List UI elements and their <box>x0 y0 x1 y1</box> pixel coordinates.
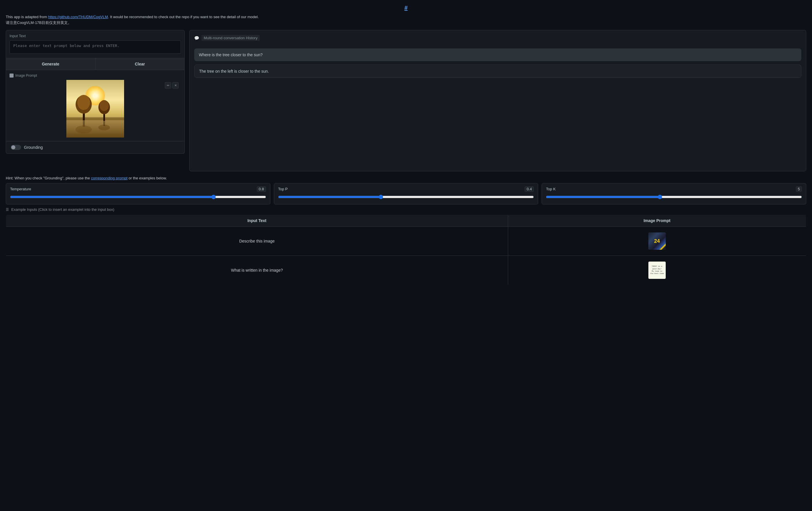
grounding-toggle[interactable] <box>11 145 21 150</box>
note-line-1: good day! <box>649 268 665 270</box>
main-row: Input Text Generate Clear Image Prompt <box>6 30 806 171</box>
uploaded-image-svg <box>66 80 124 138</box>
example-row-0[interactable]: Describe this image 24 <box>6 227 806 256</box>
examples-header[interactable]: ☰ Example Inputs (Click to insert an exa… <box>6 207 806 212</box>
intro-text-suffix: . It would be recommended to check out t… <box>108 15 259 19</box>
player-number: 24 <box>654 238 660 244</box>
message-assistant-1: The tree on the left is closer to the su… <box>194 65 801 78</box>
right-panel: 💬 Multi-round conversation History Where… <box>189 30 806 171</box>
sliders-row: Temperature 0.8 Top P 0.4 Top K 5 <box>6 183 806 205</box>
image-prompt-box: Image Prompt <box>6 70 185 141</box>
svg-rect-3 <box>66 120 124 138</box>
top-k-slider[interactable] <box>546 194 802 199</box>
conversation-box: 💬 Multi-round conversation History Where… <box>189 30 806 171</box>
temperature-slider-header: Temperature 0.8 <box>10 186 266 192</box>
note-line-2: My team is <box>649 270 665 272</box>
examples-header-label: Example Inputs (Click to insert an examp… <box>11 207 114 212</box>
toggle-knob <box>11 145 15 149</box>
temperature-slider-group: Temperature 0.8 <box>6 183 270 205</box>
conversation-title: Multi-round conversation History <box>201 35 260 41</box>
col-image-prompt-header: Image Prompt <box>508 215 806 227</box>
image-prompt-label: Image Prompt <box>9 73 181 78</box>
svg-point-11 <box>99 100 109 111</box>
temperature-label: Temperature <box>10 187 31 191</box>
examples-section: ☰ Example Inputs (Click to insert an exa… <box>6 207 806 285</box>
top-k-slider-group: Top K 5 <box>542 183 806 205</box>
col-input-text-header: Input Text <box>6 215 508 227</box>
examples-header-icon: ☰ <box>6 208 9 212</box>
message-user-0: Where is the tree closer to the sun? <box>194 49 801 61</box>
conversation-messages: Where is the tree closer to the sun? The… <box>194 49 801 78</box>
grounding-box: Grounding <box>6 141 185 154</box>
image-edit-button[interactable]: ✏ <box>165 82 171 89</box>
intro-note: 请注意CoogVLM-17B目前仅支持英文。 <box>6 20 806 25</box>
input-text-label: Input Text <box>9 34 181 38</box>
svg-point-6 <box>77 95 90 110</box>
grounding-prompt-link[interactable]: corresponding prompt <box>91 176 127 180</box>
image-overlay-buttons: ✏ ✕ <box>165 82 179 89</box>
github-link[interactable]: https://github.com/THUDM/CogVLM <box>48 15 108 19</box>
top-k-value: 5 <box>796 186 802 192</box>
app-title-link[interactable]: # <box>404 5 407 11</box>
examples-table-header-row: Input Text Image Prompt <box>6 215 806 227</box>
svg-point-13 <box>98 125 110 130</box>
examples-table: Input Text Image Prompt Describe this im… <box>6 215 806 285</box>
generate-button[interactable]: Generate <box>6 58 95 70</box>
app-title-container: # <box>6 5 806 11</box>
top-k-slider-header: Top K 5 <box>546 186 802 192</box>
intro-paragraph: This app is adapted from https://github.… <box>6 15 806 19</box>
left-panel: Input Text Generate Clear Image Prompt <box>6 30 185 171</box>
note-line-3: the best team <box>649 272 665 275</box>
example-image-0: 24 <box>508 227 806 256</box>
example-image-1: TODAY is a good day! My team is the best… <box>508 256 806 285</box>
image-prompt-icon <box>9 73 13 78</box>
image-close-button[interactable]: ✕ <box>172 82 179 89</box>
conversation-header: 💬 Multi-round conversation History <box>194 35 801 44</box>
svg-point-8 <box>76 125 92 133</box>
temperature-slider[interactable] <box>10 194 266 199</box>
top-p-slider-header: Top P 0.4 <box>278 186 534 192</box>
note-line-0: TODAY is a <box>649 265 665 268</box>
temperature-value: 0.8 <box>257 186 266 192</box>
note-thumbnail: TODAY is a good day! My team is the best… <box>648 262 666 279</box>
action-button-row: Generate Clear <box>6 58 185 70</box>
intro-text-before: This app is adapted from <box>6 15 48 19</box>
top-p-value: 0.4 <box>525 186 534 192</box>
basketball-thumbnail: 24 <box>648 233 666 250</box>
clear-button[interactable]: Clear <box>95 58 185 70</box>
top-p-slider-group: Top P 0.4 <box>274 183 539 205</box>
grounding-label: Grounding <box>24 145 43 150</box>
example-input-0: Describe this image <box>6 227 508 256</box>
hint-text: Hint: When you check "Grounding", please… <box>6 176 806 180</box>
text-prompt-input[interactable] <box>9 40 181 54</box>
image-display-area: ✏ ✕ <box>9 80 181 138</box>
input-text-box: Input Text <box>6 30 185 58</box>
example-input-1: What is written in the image? <box>6 256 508 285</box>
conversation-icon: 💬 <box>194 36 199 40</box>
top-p-label: Top P <box>278 187 288 191</box>
example-row-1[interactable]: What is written in the image? TODAY is a… <box>6 256 806 285</box>
top-p-slider[interactable] <box>278 194 534 199</box>
top-k-label: Top K <box>546 187 555 191</box>
